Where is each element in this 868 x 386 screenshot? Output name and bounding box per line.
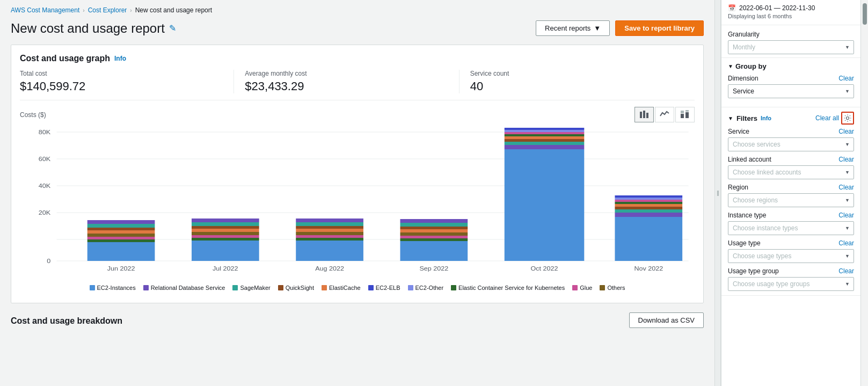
instance-type-clear[interactable]: Clear <box>838 212 854 219</box>
svg-rect-56 <box>505 142 585 145</box>
dimension-select[interactable]: Service <box>728 84 854 98</box>
service-filter-row: Service Clear Choose services <box>728 128 854 151</box>
linked-account-select[interactable]: Choose linked accounts <box>728 165 854 179</box>
region-select-wrapper: Choose regions <box>728 193 854 207</box>
dimension-label-row: Dimension Clear <box>728 75 854 82</box>
breadcrumb-current: New cost and usage report <box>135 6 212 14</box>
right-sidebar: 📅 2022-06-01 — 2022-11-30 Displaying las… <box>721 0 860 386</box>
svg-rect-27 <box>192 235 259 238</box>
total-cost-stat: Total cost $140,599.72 <box>20 70 234 93</box>
service-select[interactable]: Choose services <box>728 137 854 151</box>
svg-rect-63 <box>615 204 682 207</box>
svg-text:0: 0 <box>47 258 50 265</box>
linked-account-label-row: Linked account Clear <box>728 156 854 163</box>
svg-rect-30 <box>192 226 259 229</box>
svg-rect-26 <box>192 238 259 241</box>
legend-dot <box>600 285 605 290</box>
svg-text:Sep 2022: Sep 2022 <box>419 265 448 272</box>
svg-rect-39 <box>296 222 363 226</box>
region-label: Region <box>728 184 748 191</box>
group-by-label: Group by <box>735 62 767 70</box>
granularity-select[interactable]: Monthly <box>728 40 854 54</box>
svg-rect-42 <box>400 238 468 241</box>
line-chart-button[interactable] <box>655 107 674 122</box>
chart-y-label: Costs ($) <box>20 111 46 119</box>
svg-rect-45 <box>400 229 468 232</box>
legend-label: ElastiCache <box>329 285 361 291</box>
svg-rect-49 <box>400 241 468 261</box>
page-title: New cost and usage report <box>11 21 165 36</box>
usage-type-group-clear[interactable]: Clear <box>838 267 854 275</box>
breadcrumb: AWS Cost Management › Cost Explorer › Ne… <box>0 0 714 18</box>
card-title: Cost and usage graph <box>20 54 110 63</box>
legend-eks: Elastic Container Service for Kubernetes <box>451 285 565 291</box>
header-buttons: Recent reports ▼ Save to report library <box>536 20 704 36</box>
breadcrumb-sep-2: › <box>130 8 132 13</box>
usage-type-label: Usage type <box>728 239 761 247</box>
svg-rect-33 <box>192 241 259 261</box>
usage-type-group-filter-row: Usage type group Clear Choose usage type… <box>728 267 854 291</box>
instance-type-select[interactable]: Choose instance types <box>728 221 854 235</box>
svg-rect-23 <box>87 224 155 228</box>
chart-type-buttons <box>634 107 695 122</box>
total-cost-label: Total cost <box>20 70 223 77</box>
dimension-clear[interactable]: Clear <box>838 75 854 82</box>
usage-type-group-select[interactable]: Choose usage type groups <box>728 277 854 291</box>
granularity-label: Granularity <box>728 31 854 38</box>
recent-reports-button[interactable]: Recent reports ▼ <box>536 20 610 36</box>
legend-elasticache: ElastiCache <box>322 285 361 291</box>
gear-button[interactable] <box>841 112 854 125</box>
bar-chart-button[interactable] <box>634 107 654 122</box>
clear-all-link[interactable]: Clear all <box>815 114 839 122</box>
region-clear[interactable]: Clear <box>838 184 854 191</box>
svg-rect-5 <box>685 112 689 118</box>
svg-rect-24 <box>87 220 155 224</box>
breadcrumb-link-cost-explorer[interactable]: Cost Explorer <box>88 6 127 14</box>
filter-actions: Clear all <box>815 112 854 125</box>
service-label-row: Service Clear <box>728 128 854 135</box>
edit-title-icon[interactable]: ✎ <box>169 23 176 33</box>
service-count-label: Service count <box>470 70 673 77</box>
chart-svg: 80K 60K 40K 20K 0 <box>20 127 695 277</box>
usage-type-group-label: Usage type group <box>728 267 779 275</box>
scrollbar-thumb[interactable] <box>863 3 867 25</box>
legend-ec2-other: EC2-Other <box>408 285 444 291</box>
legend-glue: Glue <box>572 285 592 291</box>
gear-icon <box>844 114 851 122</box>
scrollbar-track <box>860 0 868 386</box>
page-header: New cost and usage report ✎ Recent repor… <box>0 18 714 45</box>
legend-label: Glue <box>580 285 592 291</box>
svg-text:40K: 40K <box>39 183 50 190</box>
region-label-row: Region Clear <box>728 184 854 191</box>
svg-rect-44 <box>400 232 468 236</box>
svg-rect-46 <box>400 227 468 229</box>
save-to-library-button[interactable]: Save to report library <box>615 20 704 36</box>
svg-rect-48 <box>400 219 468 223</box>
group-by-title: ▼ Group by <box>728 62 854 70</box>
usage-type-select-wrapper: Choose usage types <box>728 249 854 263</box>
usage-type-filter-row: Usage type Clear Choose usage types <box>728 239 854 263</box>
group-by-section: ▼ Group by Dimension Clear Service <box>721 58 860 107</box>
usage-type-clear[interactable]: Clear <box>838 239 854 247</box>
svg-rect-22 <box>87 228 155 230</box>
date-range-text: 2022-06-01 — 2022-11-30 <box>739 4 815 12</box>
svg-rect-65 <box>615 209 682 213</box>
filters-section: ▼ Filters Info Clear all <box>721 107 860 296</box>
legend-label: EC2-Instances <box>97 285 136 291</box>
breadcrumb-link-cost-management[interactable]: AWS Cost Management <box>11 6 79 14</box>
linked-account-clear[interactable]: Clear <box>838 156 854 163</box>
svg-text:80K: 80K <box>39 129 50 136</box>
region-select[interactable]: Choose regions <box>728 193 854 207</box>
stacked-chart-button[interactable] <box>675 107 695 122</box>
sidebar-divider[interactable]: ‖ <box>714 0 721 386</box>
filters-info-badge[interactable]: Info <box>761 115 771 121</box>
svg-rect-28 <box>192 232 259 235</box>
svg-rect-19 <box>87 237 155 239</box>
download-csv-button[interactable]: Download as CSV <box>629 312 704 328</box>
info-badge[interactable]: Info <box>114 55 126 62</box>
service-filter-clear[interactable]: Clear <box>838 128 854 135</box>
usage-type-select[interactable]: Choose usage types <box>728 249 854 263</box>
svg-text:Oct 2022: Oct 2022 <box>531 265 558 272</box>
svg-rect-3 <box>681 114 684 118</box>
usage-type-label-row: Usage type Clear <box>728 239 854 247</box>
